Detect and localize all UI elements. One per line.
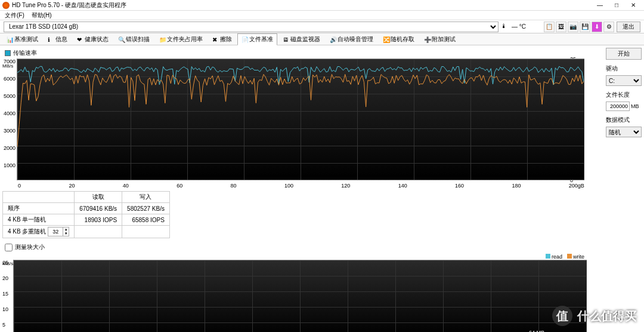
info-icon: ℹ [48, 36, 54, 42]
datamode-select[interactable]: 随机 [606, 127, 642, 137]
tab-monitor[interactable]: 🖥磁盘监视器 [278, 33, 324, 45]
tab-info[interactable]: ℹ信息 [44, 33, 72, 45]
window-controls: — □ ✕ [592, 1, 642, 10]
drive-label: 驱动 [606, 64, 642, 73]
maximize-button[interactable]: □ [608, 1, 625, 10]
chart2-legend: read write [546, 254, 584, 260]
search-icon: 🔍 [118, 36, 124, 42]
gauge-icon: 📊 [7, 36, 13, 42]
chart2-bottom-label: 64 MB [529, 330, 544, 332]
erase-icon: ✖ [212, 36, 218, 42]
drive-bar: Lexar 1TB SSD (1024 gB) 🌡 — °C 📋 🖼 📷 💾 ⬇… [0, 20, 644, 33]
window-title: HD Tune Pro 5.70 - 硬盘/固态硬盘实用程序 [12, 1, 592, 10]
main-area: 传输速率 7000600050004000300020001000 353025… [0, 45, 644, 332]
tab-health[interactable]: ❤健康状态 [73, 33, 113, 45]
tab-folder[interactable]: 📁文件夹占用率 [155, 33, 207, 45]
titlebar: HD Tune Pro 5.70 - 硬盘/固态硬盘实用程序 — □ ✕ [0, 0, 644, 11]
tab-benchmark[interactable]: 📊基准测试 [2, 33, 42, 45]
table-row: 顺序 6709416 KB/s 5802527 KB/s [3, 203, 170, 214]
y-unit-label: MB/s [2, 63, 13, 69]
save-icon[interactable]: 💾 [580, 21, 590, 32]
temperature-value: — °C [512, 23, 526, 30]
start-button[interactable]: 开始 [606, 48, 642, 60]
table-row: 4 KB 多重随机 ▲▼ [3, 226, 170, 238]
plus-icon: ➕ [424, 36, 430, 42]
chart-legend: 传输速率 [2, 48, 601, 59]
table-row: 4 KB 单一随机 18903 IOPS 65858 IOPS [3, 214, 170, 226]
drive-letter-select[interactable]: C: [606, 75, 642, 86]
read-color-icon [546, 254, 550, 259]
random-icon: 🔀 [383, 36, 389, 42]
tab-aam[interactable]: 🔊自动噪音管理 [326, 33, 377, 45]
col-read: 读取 [75, 192, 122, 203]
blocksize-label: 测量块大小 [15, 243, 45, 251]
menubar: 文件(F) 帮助(H) [0, 11, 644, 20]
options-icon[interactable]: ⚙ [603, 21, 614, 32]
minimize-button[interactable]: — [592, 1, 608, 10]
tab-filebench[interactable]: 📄文件基准 [237, 33, 277, 45]
copy-icon[interactable]: 📋 [544, 21, 555, 32]
watermark-text: 什么值得买 [577, 308, 637, 324]
menu-file[interactable]: 文件(F) [5, 11, 24, 20]
sound-icon: 🔊 [330, 36, 336, 42]
legend-label: 传输速率 [13, 49, 37, 57]
app-icon [2, 2, 10, 9]
chart-canvas [17, 59, 584, 180]
toolbar-icons: 📋 🖼 📷 💾 ⬇ ⚙ [544, 21, 614, 32]
content: 传输速率 7000600050004000300020001000 353025… [0, 45, 603, 332]
screenshot-icon[interactable]: 🖼 [556, 21, 566, 32]
blocksize-checkbox[interactable] [5, 244, 13, 251]
chevron-up-icon[interactable]: ▲ [63, 228, 69, 232]
folder-icon: 📁 [159, 36, 165, 42]
tab-errorscan[interactable]: 🔍错误扫描 [114, 33, 154, 45]
blocksize-checkbox-row: 测量块大小 [2, 242, 601, 253]
drive-select[interactable]: Lexar 1TB SSD (1024 gB) [4, 21, 499, 32]
tabs: 📊基准测试 ℹ信息 ❤健康状态 🔍错误扫描 📁文件夹占用率 ✖擦除 📄文件基准 … [0, 33, 644, 45]
menu-help[interactable]: 帮助(H) [32, 11, 52, 20]
results-table: 读取 写入 顺序 6709416 KB/s 5802527 KB/s 4 KB … [2, 191, 170, 238]
chart2-canvas: 64 MB [13, 260, 587, 332]
chevron-down-icon[interactable]: ▼ [63, 232, 69, 236]
camera-icon[interactable]: 📷 [568, 21, 578, 32]
exit-button[interactable]: 退出 [617, 21, 640, 32]
tab-erase[interactable]: ✖擦除 [208, 33, 236, 45]
watermark: 值 什么值得买 [552, 306, 637, 326]
legend-square [5, 50, 11, 56]
thermometer-icon: 🌡 [501, 23, 509, 31]
y2-unit-label: MB/s [2, 261, 13, 266]
tab-random[interactable]: 🔀随机存取 [379, 33, 419, 45]
monitor-icon: 🖥 [283, 36, 289, 42]
filelen-unit: MB [631, 103, 639, 109]
filelen-input[interactable] [606, 102, 630, 111]
col-blank [3, 192, 75, 203]
datamode-label: 数据模式 [606, 116, 642, 124]
heart-icon: ❤ [77, 36, 83, 42]
write-color-icon [567, 254, 572, 259]
queue-depth-spinner[interactable]: ▲▼ [48, 227, 69, 236]
col-write: 写入 [122, 192, 170, 203]
file-icon: 📄 [242, 36, 247, 42]
watermark-logo: 值 [552, 306, 572, 326]
blocksize-chart: read write 252015105 64 MB MB/s [2, 254, 587, 332]
settings-icon[interactable]: ⬇ [592, 21, 602, 32]
tab-extra[interactable]: ➕附加测试 [420, 33, 460, 45]
transfer-chart: 7000600050004000300020001000 35302520151… [2, 59, 569, 189]
sidebar: 开始 驱动 C: 文件长度 MB 数据模式 随机 [603, 45, 644, 332]
close-button[interactable]: ✕ [625, 1, 642, 10]
filelen-label: 文件长度 [606, 91, 642, 99]
